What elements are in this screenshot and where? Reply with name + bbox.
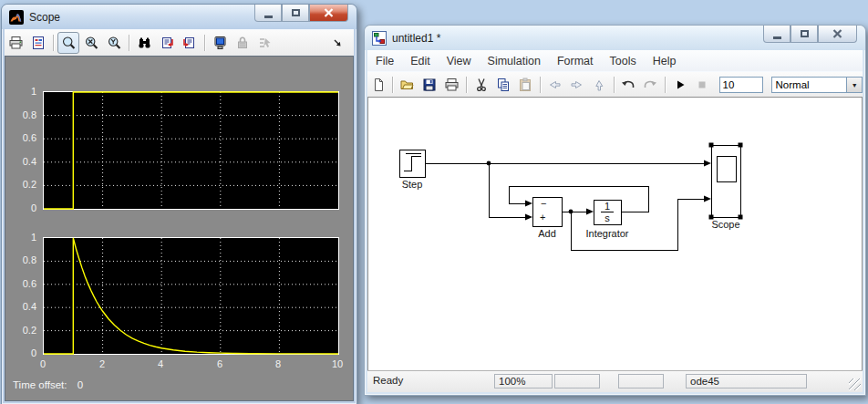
zoom-x-axis-icon xyxy=(84,36,99,51)
up-button[interactable] xyxy=(588,74,609,96)
menu-file[interactable]: File xyxy=(367,52,402,70)
dock-arrow-icon xyxy=(332,37,343,48)
simulation-mode-value: Normal xyxy=(772,79,847,90)
forward-button[interactable] xyxy=(566,74,587,96)
close-button[interactable] xyxy=(309,5,348,22)
scope-window: Scope xyxy=(1,4,357,404)
axes-plot-2[interactable] xyxy=(43,237,339,355)
zoom-x-button[interactable] xyxy=(80,32,102,54)
undo-icon xyxy=(620,78,636,92)
restore-button[interactable] xyxy=(790,26,818,43)
zoom-y-button[interactable] xyxy=(103,32,125,54)
open-model-button[interactable] xyxy=(397,74,418,96)
selection-handle[interactable] xyxy=(739,143,743,148)
add-block[interactable] xyxy=(532,197,562,226)
print-button[interactable] xyxy=(5,32,26,54)
minimize-icon xyxy=(773,36,781,39)
restore-icon xyxy=(292,9,300,16)
menu-format[interactable]: Format xyxy=(549,52,602,70)
close-button[interactable] xyxy=(818,26,857,43)
axes-plot-1[interactable] xyxy=(43,91,339,210)
print-icon xyxy=(8,36,24,50)
new-model-button[interactable] xyxy=(367,74,388,96)
model-toolbar: Normal ▼ xyxy=(367,71,863,98)
toolbar-separator xyxy=(53,35,54,51)
signal-step-to-add[interactable] xyxy=(489,163,525,217)
resize-grip[interactable] xyxy=(849,378,861,390)
minimize-button[interactable] xyxy=(254,5,282,22)
start-simulation-button[interactable] xyxy=(669,74,690,96)
status-panel-3 xyxy=(554,374,600,388)
autoscale-button[interactable] xyxy=(133,32,155,54)
toolbar-separator xyxy=(129,35,129,51)
menu-edit[interactable]: Edit xyxy=(402,52,439,70)
cut-button[interactable] xyxy=(470,74,491,96)
y-tick-label: 1 xyxy=(7,232,36,243)
restore-button[interactable] xyxy=(282,5,309,22)
time-offset: Time offset: 0 xyxy=(13,379,83,390)
zoom-icon xyxy=(61,36,77,51)
scope-toolbar xyxy=(5,29,354,57)
x-tick-label: 10 xyxy=(324,358,351,369)
menu-tools[interactable]: Tools xyxy=(602,52,645,70)
parameters-icon xyxy=(31,36,46,50)
up-arrow-icon xyxy=(592,78,606,93)
toolbar-separator xyxy=(665,77,666,93)
model-window-controls xyxy=(763,26,857,43)
dock-scope-button[interactable] xyxy=(326,32,348,54)
lock-icon xyxy=(235,36,250,50)
model-canvas[interactable]: Step Add − + 1 s Integrator Scope xyxy=(367,97,863,371)
back-button[interactable] xyxy=(544,74,565,96)
y-tick-label: 1 xyxy=(7,86,36,97)
simulation-stop-time-input[interactable] xyxy=(719,77,763,93)
menu-simulation[interactable]: Simulation xyxy=(480,52,549,70)
time-offset-value: 0 xyxy=(78,379,83,390)
menu-view[interactable]: View xyxy=(439,52,480,70)
signal-add-to-scope[interactable] xyxy=(571,199,704,250)
paste-button[interactable] xyxy=(515,74,536,96)
new-document-icon xyxy=(371,78,386,92)
menu-help[interactable]: Help xyxy=(645,52,685,70)
save-axes-settings-icon xyxy=(160,36,174,50)
y-tick-label: 0 xyxy=(7,202,36,213)
x-tick-label: 4 xyxy=(147,358,174,369)
y-tick-label: 0.4 xyxy=(7,156,36,167)
stop-simulation-button[interactable] xyxy=(691,74,712,96)
scope-window-title: Scope xyxy=(29,11,60,24)
y-tick-label: 0.2 xyxy=(7,325,36,336)
minimize-button[interactable] xyxy=(763,26,790,43)
selection-handle[interactable] xyxy=(709,143,714,148)
redo-icon xyxy=(642,78,658,92)
status-state: Ready xyxy=(373,375,403,386)
print-button[interactable] xyxy=(441,74,462,96)
model-window: untitled1 * File Edit View Simulation Fo… xyxy=(364,25,866,396)
block-diagram: Step Add − + 1 s Integrator Scope xyxy=(368,98,863,370)
signal-feedback[interactable] xyxy=(509,186,648,212)
x-tick-label: 6 xyxy=(206,358,233,369)
model-window-title: untitled1 * xyxy=(392,32,440,45)
signal-selection-icon xyxy=(258,36,273,50)
simulation-mode-select[interactable]: Normal ▼ xyxy=(771,77,863,93)
scope-titlebar[interactable]: Scope xyxy=(2,5,356,29)
play-icon xyxy=(674,78,687,91)
model-titlebar[interactable]: untitled1 * xyxy=(365,26,865,50)
copy-button[interactable] xyxy=(492,74,513,96)
scope-window-controls xyxy=(254,5,348,22)
matlab-logo-icon xyxy=(9,10,24,25)
signal-selection-button[interactable] xyxy=(254,32,276,54)
y-tick-label: 0 xyxy=(7,347,36,358)
save-model-button[interactable] xyxy=(419,74,440,96)
redo-button[interactable] xyxy=(640,74,661,96)
save-axes-settings-button[interactable] xyxy=(156,32,178,54)
restore-axes-settings-button[interactable] xyxy=(179,32,201,54)
y-tick-label: 0.4 xyxy=(7,301,36,312)
chevron-down-icon[interactable]: ▼ xyxy=(846,78,862,92)
lock-axes-button[interactable] xyxy=(232,32,253,54)
integrator-numerator: 1 xyxy=(604,201,610,212)
undo-button[interactable] xyxy=(618,74,639,96)
model-statusbar: Ready 100% ode45 xyxy=(367,370,863,392)
plot-2-canvas xyxy=(44,238,338,354)
floating-scope-button[interactable] xyxy=(209,32,231,54)
zoom-button[interactable] xyxy=(57,32,79,54)
parameters-button[interactable] xyxy=(27,32,49,54)
